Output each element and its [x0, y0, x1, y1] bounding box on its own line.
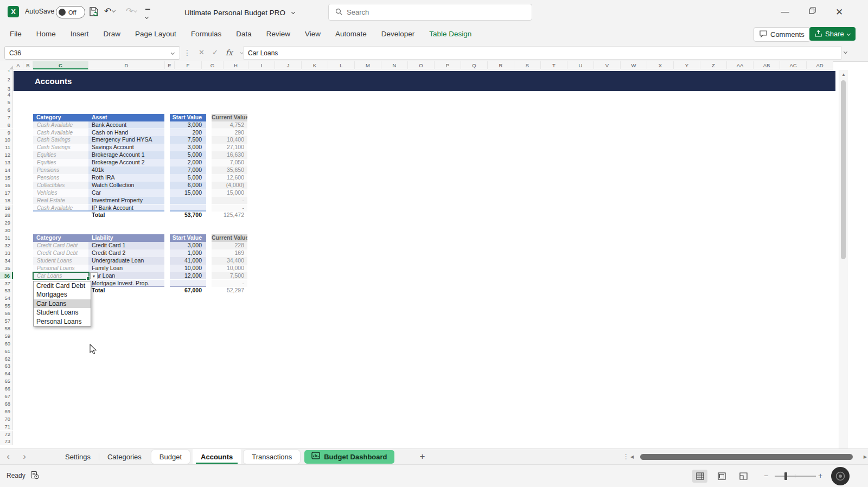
row-header-3[interactable]: 3 [0, 87, 13, 91]
cell[interactable]: 7,050 [212, 159, 247, 166]
row-header-60[interactable]: 60 [0, 340, 13, 348]
name-box[interactable]: C36 [4, 46, 180, 60]
row-header-14[interactable]: 14 [0, 166, 13, 174]
row-header-9[interactable]: 9 [0, 129, 13, 137]
table-row[interactable]: CollectiblesWatch Collection6,000(4,000) [33, 182, 247, 189]
cell[interactable]: Mortgage Invest. Prop. [88, 280, 164, 287]
cancel-entry-button[interactable]: ✕ [199, 48, 205, 56]
cell[interactable]: IP Bank Account [88, 204, 164, 212]
row-header-13[interactable]: 13 [0, 159, 13, 166]
vertical-scroll-thumb[interactable] [841, 80, 846, 259]
cell[interactable]: 7,000 [170, 166, 206, 174]
row-header-11[interactable]: 11 [0, 144, 13, 151]
sheet-tab-budget[interactable]: Budget [151, 450, 190, 464]
ribbon-tab-data[interactable]: Data [236, 30, 252, 38]
table-row[interactable]: Cash SavingsEmergency Fund HYSA7,50010,4… [33, 136, 247, 144]
table-row[interactable]: EquitiesBrokerage Account 15,00016,630 [33, 151, 247, 159]
table-row[interactable]: Cash AvailableCash on Hand200290 [33, 129, 247, 137]
cell[interactable]: Cash Available [33, 204, 88, 212]
ribbon-tab-review[interactable]: Review [266, 30, 290, 38]
row-header-68[interactable]: 68 [0, 400, 13, 408]
ribbon-tab-formulas[interactable]: Formulas [191, 30, 221, 38]
cell[interactable]: 200 [170, 129, 206, 137]
cell[interactable]: 1,000 [170, 249, 206, 257]
table-row[interactable]: Cash AvailableIP Bank Account- [33, 204, 247, 212]
ribbon-tab-view[interactable]: View [305, 30, 321, 38]
ribbon-tab-page-layout[interactable]: Page Layout [135, 30, 176, 38]
scroll-left-icon[interactable]: ◀ [630, 454, 634, 459]
row-header-61[interactable]: 61 [0, 348, 13, 355]
cell[interactable]: 34,400 [212, 257, 247, 265]
table-row[interactable]: Pensions401k7,00035,650 [33, 166, 247, 174]
column-header-J[interactable]: J [275, 61, 302, 69]
quick-access-toolbar-button[interactable] [145, 9, 150, 21]
cell[interactable]: Collectibles [33, 182, 88, 189]
close-button[interactable]: ✕ [828, 7, 850, 18]
cell[interactable]: Pensions [33, 174, 88, 182]
dropdown-item[interactable]: Mortgages [34, 290, 91, 299]
cell[interactable]: Investment Property [88, 197, 164, 204]
row-header-59[interactable]: 59 [0, 332, 13, 340]
row-header-70[interactable]: 70 [0, 415, 13, 423]
column-header-M[interactable]: M [355, 61, 381, 69]
vertical-scrollbar[interactable]: ▲ ▼ [839, 70, 848, 460]
ribbon-tab-insert[interactable]: Insert [71, 30, 89, 38]
row-header-18[interactable]: 18 [0, 197, 13, 204]
minimize-button[interactable]: — [774, 7, 796, 16]
accessibility-checker-icon[interactable] [30, 471, 39, 482]
dropdown-item[interactable]: Personal Loans [34, 317, 91, 326]
column-header-C[interactable]: C [33, 61, 88, 69]
cell[interactable]: Credit Card Debt [33, 249, 88, 257]
search-input[interactable]: Search [328, 4, 532, 21]
cell[interactable]: 7,500 [212, 272, 247, 280]
row-header-56[interactable]: 56 [0, 310, 13, 317]
save-icon[interactable] [88, 7, 99, 19]
column-header-B[interactable]: B [23, 61, 33, 69]
confirm-entry-button[interactable]: ✓ [212, 48, 218, 56]
table-row[interactable]: Student LoansUndergraduate Loan41,00034,… [33, 257, 247, 265]
cell[interactable]: Car Loan [88, 272, 164, 280]
cell[interactable]: Student Loans [33, 257, 88, 265]
cell[interactable]: 6,000 [170, 182, 206, 189]
row-header-4[interactable]: 4 [0, 91, 13, 99]
cell[interactable]: Roth IRA [88, 174, 164, 182]
column-header-A[interactable]: A [14, 61, 23, 69]
cell[interactable] [170, 280, 206, 287]
column-header-P[interactable]: P [435, 61, 461, 69]
cell[interactable]: 27,100 [212, 144, 247, 151]
row-header-30[interactable]: 30 [0, 227, 13, 234]
table-row[interactable]: VehiclesCar15,00015,000 [33, 189, 247, 197]
cell[interactable]: Undergraduate Loan [88, 257, 164, 265]
cell[interactable]: Equities [33, 151, 88, 159]
column-header-O[interactable]: O [408, 61, 435, 69]
cell[interactable]: 12,000 [170, 272, 206, 280]
cell[interactable]: 12,600 [212, 174, 247, 182]
column-header-Q[interactable]: Q [461, 61, 488, 69]
dropdown-item[interactable]: Credit Card Debt [34, 281, 91, 291]
dropdown-item[interactable]: Car Loans [34, 299, 91, 309]
cell[interactable]: 7,500 [170, 136, 206, 144]
cell[interactable]: Emergency Fund HYSA [88, 136, 164, 144]
scroll-right-icon[interactable]: ▶ [864, 454, 867, 459]
restore-button[interactable] [801, 7, 823, 16]
table-row[interactable]: EquitiesBrokerage Account 22,0007,050 [33, 159, 247, 166]
row-header-34[interactable]: 34 [0, 257, 13, 265]
zoom-slider-track[interactable] [775, 476, 816, 477]
expand-formula-bar-icon[interactable] [844, 50, 847, 54]
select-all-corner[interactable] [0, 61, 14, 71]
column-header-AA[interactable]: AA [727, 61, 754, 69]
cell[interactable]: Cash on Hand [88, 129, 164, 137]
cell[interactable]: Cash Savings [33, 144, 88, 151]
insert-function-button[interactable]: fx [226, 48, 233, 57]
column-header-Y[interactable]: Y [674, 61, 700, 69]
cell[interactable]: 401k [88, 166, 164, 174]
ribbon-tab-automate[interactable]: Automate [335, 30, 367, 38]
cell[interactable]: 2,000 [170, 159, 206, 166]
table-row[interactable]: Credit Card DebtCredit Card 21,000169 [33, 249, 247, 257]
cell[interactable]: Cash Available [33, 121, 88, 129]
page-layout-view-button[interactable] [714, 470, 729, 483]
cell[interactable]: Real Estate [33, 197, 88, 204]
cell[interactable]: 15,000 [170, 189, 206, 197]
dropdown-item[interactable]: Student Loans [34, 308, 91, 317]
cell[interactable]: Equities [33, 159, 88, 166]
